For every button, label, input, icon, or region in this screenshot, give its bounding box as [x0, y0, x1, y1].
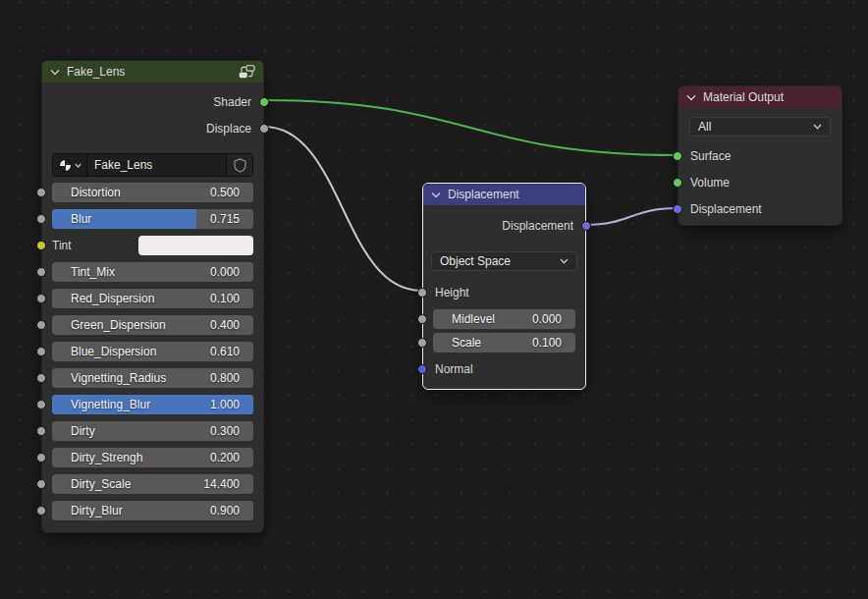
- blue-dispersion-input-socket[interactable]: [36, 347, 46, 356]
- slider-value: 0.100: [210, 292, 240, 305]
- scale-slider[interactable]: Scale0.100: [433, 333, 575, 353]
- dirty-strengh-input-row: Dirty_Strengh0.200: [42, 448, 263, 467]
- blue-dispersion-input-row: Blue_Dispersion0.610: [42, 342, 263, 361]
- green-dispersion-slider[interactable]: Green_Dispersion0.400: [52, 315, 253, 335]
- slider-value: 1.000: [210, 398, 240, 411]
- output-row: Displacement: [423, 212, 585, 239]
- displacement-input-row: Displacement: [678, 195, 841, 222]
- volume-input-socket[interactable]: [673, 178, 682, 188]
- dirty-strengh-input-socket[interactable]: [36, 453, 46, 463]
- node-fake-lens-header[interactable]: Fake_Lens: [42, 61, 263, 82]
- node-group-icon: [239, 65, 255, 79]
- slider-value: 0.715: [210, 212, 240, 226]
- input-label: Height: [435, 286, 469, 300]
- material-sphere-icon: [59, 159, 72, 172]
- dirty-scale-slider[interactable]: Dirty_Scale14.400: [52, 474, 253, 494]
- displacement-space-dropdown[interactable]: Object Space: [431, 251, 577, 271]
- slider-value: 0.000: [210, 265, 240, 279]
- node-displacement[interactable]: Displacement Displacement Object Space H…: [422, 183, 586, 390]
- output-row: Shader: [42, 88, 263, 115]
- node-editor-canvas[interactable]: Fake_Lens ShaderDisplace: [0, 0, 868, 599]
- dropdown-value: All: [698, 120, 711, 134]
- green-dispersion-input-socket[interactable]: [36, 320, 46, 330]
- tint-mix-input-socket[interactable]: [36, 267, 46, 277]
- material-browse-button[interactable]: [53, 154, 86, 176]
- blur-input-socket[interactable]: [36, 214, 46, 224]
- slider-value: 0.300: [210, 424, 240, 438]
- red-dispersion-slider[interactable]: Red_Dispersion0.100: [52, 289, 253, 308]
- material-output-inputs: SurfaceVolumeDisplacement: [678, 142, 841, 225]
- blur-slider[interactable]: Blur0.715: [52, 209, 253, 229]
- slider-value: 0.200: [210, 451, 240, 464]
- collapse-chevron-icon[interactable]: [686, 94, 696, 101]
- dirty-input-socket[interactable]: [36, 426, 46, 436]
- scale-input-row: Scale0.100: [423, 333, 585, 353]
- blue-dispersion-slider[interactable]: Blue_Dispersion0.610: [52, 342, 253, 361]
- slider-label: Dirty: [66, 424, 95, 438]
- output-target-dropdown[interactable]: All: [689, 117, 831, 136]
- displace-output-socket[interactable]: [259, 124, 269, 134]
- node-displacement-header[interactable]: Displacement: [423, 184, 585, 205]
- midlevel-input-socket[interactable]: [417, 314, 427, 324]
- material-name-field[interactable]: Fake_Lens: [86, 154, 226, 176]
- distortion-input-socket[interactable]: [36, 188, 46, 197]
- vignetting-radius-slider[interactable]: Vignetting_Radius0.800: [52, 368, 253, 388]
- slider-value: 0.500: [210, 186, 240, 199]
- displacement-input-socket[interactable]: [673, 204, 682, 214]
- displacement-output-socket[interactable]: [581, 221, 591, 231]
- input-label: Normal: [435, 362, 473, 376]
- tint-mix-slider[interactable]: Tint_Mix0.000: [52, 262, 253, 282]
- surface-input-socket[interactable]: [673, 151, 682, 161]
- fake-user-button[interactable]: [226, 154, 252, 176]
- vignetting-blur-slider[interactable]: Vignetting_Blur1.000: [52, 395, 253, 414]
- vignetting-radius-input-socket[interactable]: [36, 373, 46, 383]
- normal-input-socket[interactable]: [417, 364, 427, 374]
- link-shader-to-surface[interactable]: [264, 100, 677, 155]
- node-material-output-header[interactable]: Material Output: [678, 86, 841, 108]
- slider-label: Dirty_Scale: [66, 477, 131, 491]
- tint-input-socket[interactable]: [36, 241, 46, 250]
- height-input-socket[interactable]: [417, 288, 427, 298]
- distortion-slider[interactable]: Distortion0.500: [52, 183, 253, 202]
- node-fake-lens[interactable]: Fake_Lens ShaderDisplace: [41, 60, 264, 533]
- dirty-blur-input-socket[interactable]: [36, 506, 46, 516]
- dirty-scale-input-socket[interactable]: [36, 479, 46, 489]
- input-label: Volume: [690, 176, 730, 190]
- browse-chevron-icon: [75, 163, 81, 168]
- dirty-scale-input-row: Dirty_Scale14.400: [42, 474, 263, 494]
- slider-label: Blur: [66, 212, 91, 226]
- dropdown-chevron-icon: [813, 124, 822, 130]
- red-dispersion-input-socket[interactable]: [36, 294, 46, 303]
- slider-label: Blue_Dispersion: [66, 345, 156, 358]
- collapse-chevron-icon[interactable]: [50, 69, 60, 76]
- slider-value: 0.610: [210, 345, 240, 358]
- slider-label: Tint_Mix: [66, 265, 115, 279]
- scale-input-socket[interactable]: [417, 338, 427, 348]
- shader-output-socket[interactable]: [259, 97, 269, 107]
- collapse-chevron-icon[interactable]: [431, 191, 441, 198]
- link-displacement-to-displacement[interactable]: [585, 208, 677, 225]
- tint-color-swatch[interactable]: [138, 236, 253, 255]
- blur-input-row: Blur0.715: [42, 209, 263, 229]
- midlevel-slider[interactable]: Midlevel0.000: [433, 309, 575, 329]
- node-material-output[interactable]: Material Output All SurfaceVolumeDisplac…: [678, 85, 842, 226]
- displacement-outputs: Displacement: [423, 212, 585, 239]
- dirty-blur-slider[interactable]: Dirty_Blur0.900: [52, 501, 253, 520]
- node-title: Fake_Lens: [67, 65, 232, 79]
- dirty-slider[interactable]: Dirty0.300: [52, 421, 253, 441]
- link-displace-to-height[interactable]: [264, 127, 421, 291]
- tint-input-row: Tint: [42, 236, 263, 255]
- node-title: Material Output: [703, 90, 834, 104]
- vignetting-blur-input-socket[interactable]: [36, 400, 46, 409]
- slider-value: 0.100: [532, 336, 562, 350]
- node-title: Displacement: [448, 188, 577, 201]
- output-label: Shader: [213, 95, 251, 109]
- input-label: Tint: [52, 239, 72, 252]
- slider-label: Distortion: [66, 186, 121, 199]
- displacement-inputs: HeightMidlevel0.000Scale0.100Normal: [423, 279, 585, 382]
- slider-label: Dirty_Blur: [66, 504, 123, 517]
- tint-mix-input-row: Tint_Mix0.000: [42, 262, 263, 282]
- dirty-input-row: Dirty0.300: [42, 421, 263, 441]
- dirty-strengh-slider[interactable]: Dirty_Strengh0.200: [52, 448, 253, 467]
- input-label: Displacement: [690, 202, 762, 216]
